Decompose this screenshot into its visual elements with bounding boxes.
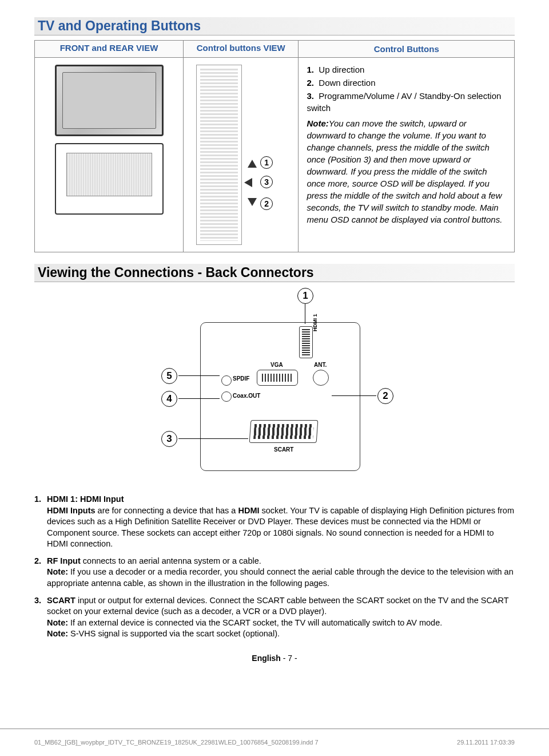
control-buttons-view-diagram: 1 2 3 bbox=[184, 58, 299, 252]
item3-note2-body: S-VHS signal is supported via the scart … bbox=[68, 629, 280, 638]
callout-4: 4 bbox=[161, 391, 177, 407]
callout-3: 3 bbox=[161, 431, 177, 447]
note-body: You can move the switch, upward or downw… bbox=[307, 118, 502, 224]
col-header-front-rear: FRONT and REAR VIEW bbox=[35, 41, 184, 58]
spdif-port-icon bbox=[221, 375, 232, 386]
ant-label: ANT. bbox=[314, 362, 327, 368]
item3-tail: input or output for external devices. Co… bbox=[47, 596, 508, 616]
arrow-left-icon bbox=[244, 178, 252, 187]
item1-bold-frag: HDMI Inputs bbox=[47, 506, 96, 515]
item1-lead: HDMI 1: HDMI Input bbox=[47, 494, 124, 504]
callout-2: 2 bbox=[377, 388, 393, 404]
section1-title: TV and Operating Buttons bbox=[38, 18, 201, 33]
arrow-down-icon bbox=[248, 198, 257, 206]
control-buttons-text: 1. Up direction 2. Down direction 3. Pro… bbox=[299, 58, 515, 252]
marker-1: 1 bbox=[260, 156, 273, 169]
connector-panel-box: HDMI 1 VGA ANT. SPDIF Coax.OUT SCART bbox=[200, 322, 360, 471]
page-meta-footer: 01_MB62_[GB]_woypbpr_IDTV_TC_BRONZE19_18… bbox=[34, 739, 515, 746]
connectors-description: 1. HDMI 1: HDMI Input HDMI Inputs are fo… bbox=[34, 494, 515, 640]
cut-line bbox=[0, 729, 549, 729]
section2-heading: Viewing the Connections - Back Connector… bbox=[34, 264, 515, 282]
item3-note1-body: If an external device is connected via t… bbox=[68, 618, 442, 627]
item1-num: 1. bbox=[34, 494, 47, 505]
item2-note-body: If you use a decoder or a media recorder… bbox=[47, 567, 514, 588]
footer-time: 29.11.2011 17:03:39 bbox=[457, 739, 515, 746]
item3-num: 3. bbox=[34, 595, 47, 607]
item-hdmi: 1. HDMI 1: HDMI Input HDMI Inputs are fo… bbox=[34, 494, 515, 550]
hdmi-label: HDMI 1 bbox=[312, 314, 318, 331]
item2-lead: RF Input bbox=[47, 556, 81, 565]
list2-num: 2. bbox=[307, 78, 314, 88]
note-label: Note: bbox=[307, 118, 328, 128]
item3-lead: SCART bbox=[47, 596, 75, 605]
connectors-diagram: HDMI 1 VGA ANT. SPDIF Coax.OUT SCART 1 2… bbox=[126, 288, 423, 482]
footer-lang: English bbox=[252, 654, 281, 663]
list3-num: 3. bbox=[307, 91, 314, 101]
col-header-control-buttons: Control Buttons bbox=[299, 41, 515, 58]
item2-tail: connects to an aerial antenna system or … bbox=[81, 556, 261, 565]
section1-heading: TV and Operating Buttons bbox=[34, 17, 515, 35]
hdmi-port-icon bbox=[299, 326, 313, 358]
footer-center: English - 7 - bbox=[34, 654, 515, 663]
list2-txt: Down direction bbox=[319, 78, 375, 88]
item3-note1-bold: Note: bbox=[47, 618, 68, 627]
scart-port-icon bbox=[249, 420, 319, 443]
top-table: FRONT and REAR VIEW Control buttons VIEW… bbox=[34, 40, 515, 252]
item2-note-bold: Note: bbox=[47, 567, 68, 576]
side-panel-icon bbox=[196, 65, 242, 245]
vga-label: VGA bbox=[270, 362, 283, 368]
ant-port-icon bbox=[313, 370, 329, 386]
col-header-control-view: Control buttons VIEW bbox=[184, 41, 299, 58]
item1-body: are for connecting a device that has a H… bbox=[47, 506, 514, 549]
list3-txt: Programme/Volume / AV / Standby-On selec… bbox=[307, 91, 501, 113]
list1-num: 1. bbox=[307, 65, 314, 74]
coax-label: Coax.OUT bbox=[233, 393, 260, 399]
scart-label: SCART bbox=[274, 446, 293, 453]
marker-3: 3 bbox=[260, 176, 273, 188]
footer-page: - 7 - bbox=[281, 654, 297, 663]
footer-file: 01_MB62_[GB]_woypbpr_IDTV_TC_BRONZE19_18… bbox=[34, 739, 319, 746]
coax-port-icon bbox=[221, 391, 232, 402]
spdif-label: SPDIF bbox=[233, 375, 249, 382]
list1-txt: Up direction bbox=[319, 65, 364, 74]
section2-title: Viewing the Connections - Back Connector… bbox=[38, 265, 314, 280]
item-scart: 3. SCART input or output for external de… bbox=[34, 595, 515, 640]
marker-2: 2 bbox=[260, 197, 273, 210]
tv-front-rear-diagram bbox=[35, 58, 184, 252]
tv-front-icon bbox=[55, 65, 164, 136]
tv-rear-icon bbox=[55, 143, 164, 215]
arrow-up-icon bbox=[248, 160, 257, 168]
item3-note2-bold: Note: bbox=[47, 629, 68, 638]
callout-1: 1 bbox=[297, 288, 313, 304]
item2-num: 2. bbox=[34, 556, 47, 567]
callout-5: 5 bbox=[161, 368, 177, 384]
vga-port-icon bbox=[257, 370, 298, 386]
item-rf: 2. RF Input connects to an aerial antenn… bbox=[34, 556, 515, 589]
